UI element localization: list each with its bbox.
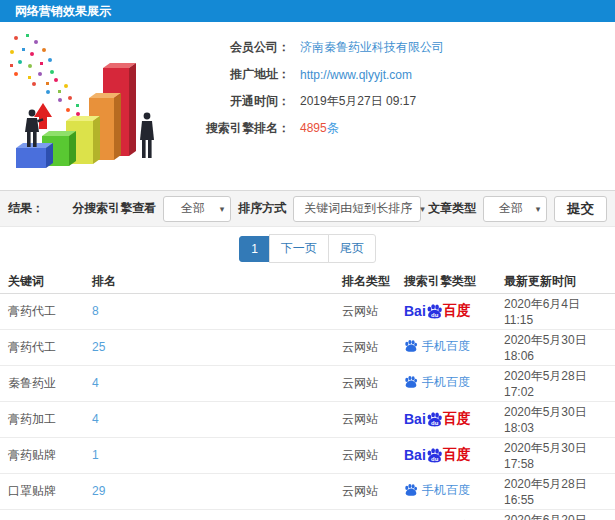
update-time-cell: 2020年6月20日 09:25 — [500, 509, 615, 520]
open-time-label: 开通时间： — [178, 93, 290, 110]
svg-text:du: du — [431, 455, 439, 461]
company-link[interactable]: 济南秦鲁药业科技有限公司 — [300, 39, 444, 56]
keyword-cell: 膏药代工 — [0, 329, 88, 365]
keyword-cell: 膏药加工 — [0, 401, 88, 437]
rank-type-cell: 云网站 — [338, 329, 400, 365]
submit-button[interactable]: 提交 — [554, 196, 607, 222]
page-title: 网络营销效果展示 — [15, 4, 111, 18]
rank-cell: 1 — [88, 437, 338, 473]
result-label: 结果： — [8, 200, 44, 217]
article-type-select[interactable]: 全部 ▾ — [483, 196, 547, 222]
last-page-button[interactable]: 尾页 — [328, 234, 376, 263]
engine-select[interactable]: 全部 ▾ — [163, 196, 231, 222]
baidu-paw-icon — [404, 483, 418, 497]
url-label: 推广地址： — [178, 66, 290, 83]
page-1-button[interactable]: 1 — [239, 236, 270, 262]
keyword-cell: 口罩贴牌 — [0, 473, 88, 509]
mobile-baidu-logo: 手机百度 — [404, 482, 470, 499]
col-header-keyword: 关键词 — [0, 270, 88, 293]
table-row: 膏药代工 8 云网站 Bai du 百度 2020年6月4日 11:15 — [0, 293, 615, 329]
update-time-cell: 2020年6月4日 11:15 — [500, 293, 615, 329]
pagination: 1 下一页 尾页 — [0, 227, 615, 270]
rank-cell: 8 — [88, 293, 338, 329]
rank-cell: 25 — [88, 329, 338, 365]
col-header-rank-type: 排名类型 — [338, 270, 400, 293]
filter-bar: 结果： 分搜索引擎查看 全部 ▾ 排序方式 关键词由短到长排序 ▾ 文章类型 全… — [0, 190, 615, 227]
filters: 分搜索引擎查看 全部 ▾ 排序方式 关键词由短到长排序 ▾ 文章类型 全部 ▾ … — [72, 196, 607, 222]
col-header-rank: 排名 — [88, 270, 338, 293]
table-row: 金华防护服 17,25 云网站 手机百度 2020年6月20日 09:25 — [0, 509, 615, 520]
engine-filter-label: 分搜索引擎查看 — [72, 200, 156, 217]
table-header-row: 关键词 排名 排名类型 搜索引擎类型 最新更新时间 — [0, 270, 615, 293]
update-time-cell: 2020年5月30日 18:06 — [500, 329, 615, 365]
table-row: 膏药贴牌 1 云网站 Bai du 百度 2020年5月30日 17:58 — [0, 437, 615, 473]
chevron-down-icon: ▾ — [220, 204, 225, 214]
keyword-cell: 膏药代工 — [0, 293, 88, 329]
rank-link[interactable]: 8 — [92, 304, 99, 318]
update-time-cell: 2020年5月30日 17:58 — [500, 437, 615, 473]
rank-link[interactable]: 1 — [92, 448, 99, 462]
rank-link[interactable]: 29 — [92, 484, 105, 498]
info-row-url: 推广地址： http://www.qlyyjt.com — [178, 61, 444, 88]
company-label: 会员公司： — [178, 39, 290, 56]
engine-type-cell: Bai du 百度 — [400, 401, 500, 437]
mobile-baidu-logo: 手机百度 — [404, 374, 470, 391]
ranking-count-number: 4895 — [300, 121, 327, 135]
baidu-paw-icon — [404, 339, 418, 353]
rank-type-cell: 云网站 — [338, 401, 400, 437]
rank-cell: 17,25 — [88, 509, 338, 520]
mobile-baidu-logo: 手机百度 — [404, 338, 470, 355]
rank-link[interactable]: 4 — [92, 412, 99, 426]
col-header-update-time: 最新更新时间 — [500, 270, 615, 293]
info-fields: 会员公司： 济南秦鲁药业科技有限公司 推广地址： http://www.qlyy… — [178, 34, 444, 142]
rank-type-cell: 云网站 — [338, 473, 400, 509]
engine-type-cell: 手机百度 — [400, 473, 500, 509]
ranking-count-value: 4895条 — [300, 120, 339, 137]
baidu-logo: Bai du 百度 — [404, 302, 471, 320]
update-time-cell: 2020年5月30日 18:03 — [500, 401, 615, 437]
engine-type-cell: 手机百度 — [400, 365, 500, 401]
info-row-open-time: 开通时间： 2019年5月27日 09:17 — [178, 88, 444, 115]
keyword-cell: 膏药贴牌 — [0, 437, 88, 473]
table-row: 膏药加工 4 云网站 Bai du 百度 2020年5月30日 18:03 — [0, 401, 615, 437]
rank-cell: 4 — [88, 401, 338, 437]
next-page-button[interactable]: 下一页 — [269, 234, 329, 263]
info-row-company: 会员公司： 济南秦鲁药业科技有限公司 — [178, 34, 444, 61]
rank-cell: 4 — [88, 365, 338, 401]
rank-type-cell: 云网站 — [338, 365, 400, 401]
svg-text:du: du — [431, 419, 439, 425]
keyword-cell: 金华防护服 — [0, 509, 88, 520]
rank-type-cell: 云网站 — [338, 509, 400, 520]
growth-chart-illustration — [4, 30, 176, 182]
col-header-engine-type: 搜索引擎类型 — [400, 270, 500, 293]
table-row: 口罩贴牌 29 云网站 手机百度 2020年5月28日 16:55 — [0, 473, 615, 509]
keyword-cell: 秦鲁药业 — [0, 365, 88, 401]
baidu-paw-icon: du — [426, 447, 443, 464]
engine-type-cell: Bai du 百度 — [400, 293, 500, 329]
baidu-paw-icon: du — [426, 411, 443, 428]
article-type-label: 文章类型 — [428, 200, 476, 217]
svg-text:du: du — [431, 311, 439, 317]
ranking-count-label: 搜索引擎排名： — [178, 120, 290, 137]
engine-type-cell: 手机百度 — [400, 509, 500, 520]
table-row: 秦鲁药业 4 云网站 手机百度 2020年5月28日 17:02 — [0, 365, 615, 401]
promotion-url-link[interactable]: http://www.qlyyjt.com — [300, 68, 412, 82]
chevron-down-icon: ▾ — [536, 204, 541, 214]
businessman-right — [140, 113, 154, 158]
rank-type-cell: 云网站 — [338, 293, 400, 329]
sort-select-value: 关键词由短到长排序 — [300, 200, 416, 217]
info-section: 会员公司： 济南秦鲁药业科技有限公司 推广地址： http://www.qlyy… — [0, 22, 615, 190]
update-time-cell: 2020年5月28日 17:02 — [500, 365, 615, 401]
engine-type-cell: 手机百度 — [400, 329, 500, 365]
results-table: 关键词 排名 排名类型 搜索引擎类型 最新更新时间 膏药代工 8 云网站 Bai… — [0, 270, 615, 520]
rank-link[interactable]: 4 — [92, 376, 99, 390]
info-row-ranking-count: 搜索引擎排名： 4895条 — [178, 115, 444, 142]
engine-select-value: 全部 — [170, 200, 215, 217]
article-type-select-value: 全部 — [490, 200, 531, 217]
rank-link[interactable]: 25 — [92, 340, 105, 354]
sort-select[interactable]: 关键词由短到长排序 ▾ — [293, 196, 421, 222]
page: 网络营销效果展示 — [0, 0, 615, 520]
baidu-logo: Bai du 百度 — [404, 410, 471, 428]
confetti-dots — [10, 34, 86, 122]
engine-type-cell: Bai du 百度 — [400, 437, 500, 473]
